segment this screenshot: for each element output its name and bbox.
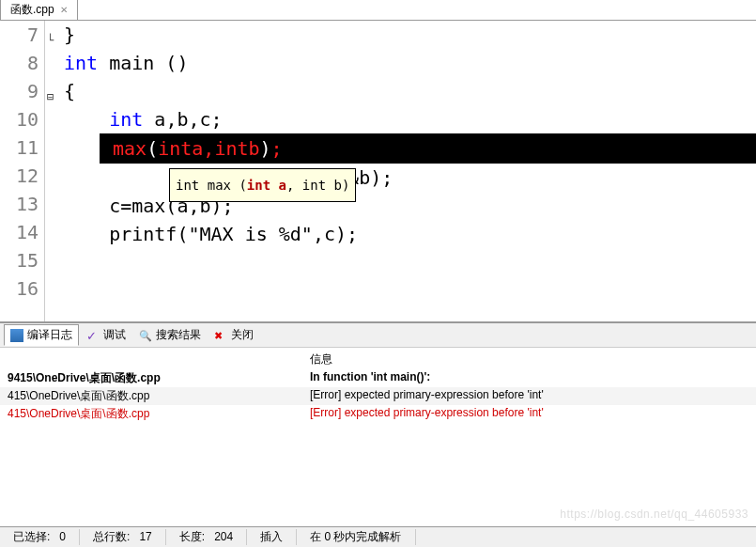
- code-line: printf("MAX is %d",c);: [60, 220, 756, 248]
- message-info: [Error] expected primary-expression befo…: [302, 388, 756, 404]
- message-file: 415\OneDrive\桌面\函数.cpp: [0, 388, 302, 404]
- fold-end-icon: └: [47, 26, 54, 55]
- code-line: [60, 276, 756, 305]
- code-line: &a,&b);: [60, 164, 756, 192]
- message-row[interactable]: 9415\OneDrive\桌面\函数.cpp In function 'int…: [0, 369, 756, 387]
- line-number: 10: [0, 105, 39, 133]
- status-total-lines: 总行数: 17: [80, 529, 166, 545]
- status-length: 长度: 204: [166, 529, 247, 545]
- fold-column: └ ⊟: [45, 21, 60, 321]
- line-number: 13: [0, 190, 39, 218]
- bottom-panel-tabs: 编译日志 调试 搜索结果 关闭: [0, 321, 756, 348]
- message-row[interactable]: 415\OneDrive\桌面\函数.cpp [Error] expected …: [0, 387, 756, 405]
- line-number-gutter: 7 8 9 10 11 12 13 14 15 16: [0, 21, 45, 321]
- code-editor[interactable]: 7 8 9 10 11 12 13 14 15 16 └ ⊟ } int mai…: [0, 21, 756, 321]
- close-icon: [214, 329, 227, 342]
- code-line: }: [60, 21, 756, 49]
- messages-panel[interactable]: 9415\OneDrive\桌面\函数.cpp In function 'int…: [0, 369, 756, 423]
- tab-search-results[interactable]: 搜索结果: [133, 325, 207, 345]
- check-icon: [86, 329, 100, 342]
- line-number: 15: [0, 246, 39, 274]
- watermark: https://blog.csdn.net/qq_44605933: [560, 508, 748, 521]
- status-selection: 已选择: 0: [0, 529, 80, 545]
- message-info: [Error] expected primary-expression befo…: [302, 406, 756, 422]
- search-icon: [139, 329, 152, 342]
- code-line: c=max(a,b);: [60, 192, 756, 220]
- file-tab-active[interactable]: 函数.cpp ✕: [0, 0, 78, 20]
- code-line: {: [60, 77, 756, 105]
- status-parse: 在 0 秒内完成解析: [297, 529, 415, 545]
- code-content[interactable]: } int main () { int a,b,c; max (int a,in…: [60, 21, 756, 321]
- code-line-highlighted[interactable]: max (int a,int b);: [100, 133, 756, 164]
- line-number: 7: [0, 21, 39, 49]
- tab-title: 函数.cpp: [10, 2, 54, 18]
- message-file: 415\OneDrive\桌面\函数.cpp: [0, 406, 302, 422]
- line-number: 12: [0, 162, 39, 190]
- line-number: 8: [0, 49, 39, 77]
- line-number: 16: [0, 274, 39, 303]
- file-tabs: 函数.cpp ✕: [0, 0, 756, 21]
- message-row[interactable]: 415\OneDrive\桌面\函数.cpp [Error] expected …: [0, 405, 756, 423]
- line-number: 9: [0, 77, 39, 105]
- status-mode: 插入: [247, 529, 297, 545]
- line-number: 11: [0, 133, 39, 162]
- line-number: 14: [0, 218, 39, 246]
- tab-debug[interactable]: 调试: [81, 325, 131, 345]
- code-line: int a,b,c;: [60, 105, 756, 133]
- signature-tooltip: int max (int a, int b): [169, 168, 356, 202]
- tab-compile-log[interactable]: 编译日志: [4, 324, 79, 346]
- tab-close[interactable]: 关闭: [208, 325, 259, 345]
- code-line: [60, 248, 756, 276]
- close-icon[interactable]: ✕: [60, 5, 68, 15]
- messages-header: 信息: [0, 348, 756, 369]
- message-info: In function 'int main()':: [302, 370, 756, 386]
- code-line: int main (): [60, 49, 756, 77]
- status-bar: 已选择: 0 总行数: 17 长度: 204 插入 在 0 秒内完成解析: [0, 526, 756, 547]
- fold-toggle-icon[interactable]: ⊟: [47, 83, 54, 111]
- log-icon: [10, 329, 23, 342]
- message-file: 9415\OneDrive\桌面\函数.cpp: [0, 370, 302, 386]
